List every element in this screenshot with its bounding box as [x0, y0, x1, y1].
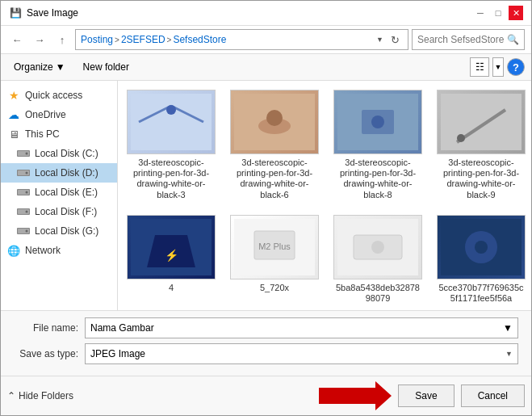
path-2sefsed[interactable]: 2SEFSED — [121, 34, 165, 45]
dialog-icon: 💾 — [9, 6, 22, 19]
file-item[interactable]: ⚡ 4 — [123, 211, 220, 308]
save-type-row: Save as type: JPEG Image ▼ — [14, 343, 518, 364]
save-image-dialog: 💾 Save Image ─ □ ✕ ← → ↑ Posting > 2SEFS… — [0, 0, 532, 416]
disk-f-icon — [17, 205, 30, 218]
disk-e-icon — [17, 186, 30, 199]
file-item[interactable]: 5ba8a5438deb3287898079 — [329, 211, 426, 308]
sidebar-label-onedrive: OneDrive — [25, 109, 66, 120]
help-button[interactable]: ? — [507, 58, 525, 76]
file-name: 4 — [169, 283, 174, 293]
file-item[interactable]: M2 Plus 5_720x — [226, 211, 323, 308]
search-input[interactable] — [417, 34, 507, 45]
disk-d-icon — [17, 166, 30, 179]
organize-chevron-icon: ▼ — [56, 61, 65, 73]
file-thumbnail — [333, 215, 422, 279]
svg-text:⚡: ⚡ — [165, 249, 179, 263]
svg-marker-40 — [319, 381, 392, 410]
bottom-section: File name: ▼ Save as type: JPEG Image ▼ — [1, 310, 531, 376]
file-item[interactable]: 3d-stereoscopic-printing-pen-for-3d-draw… — [226, 86, 323, 204]
sidebar-item-this-pc[interactable]: 🖥 This PC — [1, 124, 117, 144]
path-posting[interactable]: Posting — [81, 34, 113, 45]
file-name: 3d-stereoscopic-printing-pen-for-3d-draw… — [230, 158, 319, 200]
dialog-title: Save Image — [27, 7, 473, 19]
file-item[interactable]: 3d-stereoscopic-printing-pen-for-3d-draw… — [123, 86, 220, 204]
sidebar-item-local-disk-c[interactable]: Local Disk (C:) — [1, 144, 117, 163]
file-name-label: File name: — [14, 322, 78, 334]
navigation-toolbar: ← → ↑ Posting > 2SEFSED > SefsedStore ▼ … — [1, 26, 531, 54]
title-bar: 💾 Save Image ─ □ ✕ — [1, 1, 531, 26]
window-controls: ─ □ ✕ — [473, 6, 523, 20]
up-button[interactable]: ↑ — [52, 30, 72, 49]
svg-point-14 — [26, 230, 28, 233]
file-thumbnail — [230, 90, 319, 154]
sidebar-item-local-disk-f[interactable]: Local Disk (F:) — [1, 202, 117, 221]
file-thumbnail — [127, 90, 216, 154]
sidebar-label-disk-f: Local Disk (F:) — [35, 206, 97, 217]
hide-folders-button[interactable]: ⌃ Hide Folders — [7, 390, 73, 401]
file-name-row: File name: ▼ — [14, 317, 518, 338]
sidebar-item-quick-access[interactable]: ★ Quick access — [1, 86, 117, 105]
hide-folders-chevron-icon: ⌃ — [7, 390, 15, 401]
sidebar-label-disk-e: Local Disk (E:) — [35, 187, 98, 198]
forward-button[interactable]: → — [30, 30, 49, 49]
svg-point-21 — [266, 110, 283, 126]
save-button[interactable]: Save — [398, 384, 454, 407]
address-path: Posting > 2SEFSED > SefsedStore — [81, 34, 373, 45]
cancel-button[interactable]: Cancel — [461, 384, 525, 407]
close-button[interactable]: ✕ — [509, 6, 523, 20]
file-name: 3d-stereoscopic-printing-pen-for-3d-draw… — [127, 158, 216, 200]
new-folder-button[interactable]: New folder — [77, 60, 136, 74]
address-bar[interactable]: Posting > 2SEFSED > SefsedStore ▼ ↻ — [75, 29, 408, 50]
file-name: 3d-stereoscopic-printing-pen-for-3d-draw… — [333, 158, 422, 200]
sidebar-item-local-disk-g[interactable]: Local Disk (G:) — [1, 221, 117, 241]
file-item[interactable]: 5cce370b77f769635c5f1171fee5f56a — [433, 211, 530, 308]
sidebar: ★ Quick access ☁ OneDrive 🖥 This PC Loca… — [1, 81, 118, 310]
save-type-select[interactable]: JPEG Image ▼ — [85, 343, 518, 364]
svg-rect-15 — [131, 94, 212, 150]
sidebar-item-local-disk-e[interactable]: Local Disk (E:) — [1, 183, 117, 202]
search-box[interactable]: 🔍 — [412, 29, 525, 50]
view-button[interactable]: ☷ — [470, 57, 489, 77]
address-dropdown-arrow[interactable]: ▼ — [376, 36, 383, 44]
save-type-dropdown-arrow: ▼ — [505, 350, 513, 358]
svg-point-24 — [371, 116, 384, 128]
svg-point-18 — [166, 105, 176, 115]
sidebar-item-network[interactable]: 🌐 Network — [1, 241, 117, 260]
maximize-button[interactable]: □ — [491, 6, 505, 20]
file-name: 5cce370b77f769635c5f1171fee5f56a — [437, 283, 526, 304]
svg-point-11 — [26, 211, 28, 213]
bottom-toolbar: ⌃ Hide Folders Save Cancel — [1, 376, 531, 415]
disk-g-icon — [17, 225, 30, 237]
svg-rect-25 — [441, 94, 522, 150]
file-grid: 3d-stereoscopic-printing-pen-for-3d-draw… — [118, 81, 531, 310]
search-icon: 🔍 — [507, 34, 519, 45]
minimize-button[interactable]: ─ — [473, 6, 488, 20]
svg-point-2 — [26, 153, 28, 155]
file-name: 3d-stereoscopic-printing-pen-for-3d-draw… — [437, 158, 526, 200]
save-type-label: Save as type: — [14, 348, 78, 359]
organize-toolbar: Organize ▼ New folder ☷ ▼ ? — [1, 54, 531, 81]
hide-folders-label: Hide Folders — [19, 390, 73, 401]
file-name-input-container[interactable]: ▼ — [85, 317, 518, 338]
sidebar-label-quick-access: Quick access — [25, 90, 82, 101]
sidebar-label-disk-d: Local Disk (D:) — [35, 167, 98, 179]
refresh-button[interactable]: ↻ — [387, 32, 403, 48]
svg-point-39 — [475, 241, 488, 254]
file-name-dropdown-arrow[interactable]: ▼ — [503, 322, 513, 334]
star-icon: ★ — [7, 89, 20, 102]
sidebar-item-onedrive[interactable]: ☁ OneDrive — [1, 105, 117, 124]
view-dropdown[interactable]: ▼ — [492, 57, 504, 77]
sidebar-item-local-disk-d[interactable]: Local Disk (D:) — [1, 163, 117, 183]
back-button[interactable]: ← — [7, 30, 27, 49]
file-thumbnail: ⚡ — [127, 215, 216, 279]
file-thumbnail — [437, 215, 526, 279]
path-sefsedstore[interactable]: SefsedStore — [173, 34, 226, 45]
file-name-input[interactable] — [90, 322, 503, 334]
file-item[interactable]: 3d-stereoscopic-printing-pen-for-3d-draw… — [433, 86, 530, 204]
svg-point-5 — [26, 172, 28, 174]
main-content: ★ Quick access ☁ OneDrive 🖥 This PC Loca… — [1, 81, 531, 310]
disk-c-icon — [17, 147, 30, 160]
file-item[interactable]: 3d-stereoscopic-printing-pen-for-3d-draw… — [329, 86, 426, 204]
organize-button[interactable]: Organize ▼ — [7, 60, 72, 74]
sidebar-label-disk-c: Local Disk (C:) — [35, 148, 98, 159]
